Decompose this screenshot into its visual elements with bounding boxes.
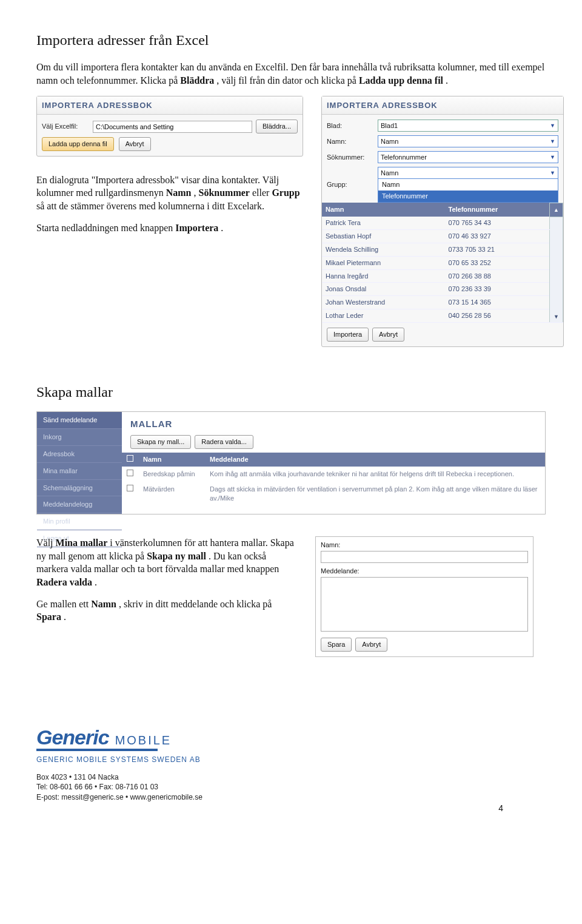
logo-text: Generic: [36, 724, 109, 752]
checkbox-all[interactable]: [127, 455, 133, 462]
delete-selected-button[interactable]: Radera valda...: [195, 435, 253, 449]
side-nav: Sänd meddelande Inkorg Adressbok Mina ma…: [37, 412, 122, 514]
bold-bladdra: Bläddra: [180, 75, 214, 86]
browse-button[interactable]: Bläddra...: [256, 120, 298, 133]
cell-name: Jonas Onsdal: [322, 283, 445, 296]
bold-ladda-upp: Ladda upp denna fil: [359, 75, 443, 86]
text: eller: [252, 187, 272, 198]
section2-heading: Skapa mallar: [36, 382, 546, 402]
excelfil-input[interactable]: [93, 121, 252, 133]
label-excelfil: Välj Excelfil:: [42, 122, 89, 131]
text: .: [95, 577, 97, 587]
cancel-button[interactable]: Avbryt: [119, 137, 151, 151]
section1-para2: En dialogruta "Importera adressbok" visa…: [36, 174, 303, 213]
contact-line1: Box 4023 • 131 04 Nacka: [36, 772, 546, 783]
table-row: Johan Westerstrand073 15 14 365: [322, 296, 563, 309]
table-row: Hanna Iregård070 266 38 88: [322, 269, 563, 283]
label-grupp: Grupp:: [327, 180, 374, 189]
text: , välj fil från din dator och klicka på: [216, 75, 359, 86]
company-name: GENERIC MOBILE SYSTEMS SWEDEN AB: [36, 755, 546, 764]
sidebar-item-inkorg[interactable]: Inkorg: [37, 429, 122, 446]
grupp-option-telefonnummer[interactable]: Telefonnummer: [378, 191, 558, 202]
cell-tel: 070 46 33 927: [445, 230, 550, 243]
chevron-down-icon: ▼: [550, 138, 555, 145]
grupp-options[interactable]: Namn Telefonnummer: [378, 178, 558, 203]
blad-select[interactable]: Blad1 ▼: [378, 120, 558, 132]
table-row: Mikael Pietermann070 65 33 252: [322, 256, 563, 269]
contact-line3: E-post: messit@generic.se • www.genericm…: [36, 792, 546, 803]
new-template-button[interactable]: Skapa ny mall...: [130, 435, 191, 449]
sidebar-item-schemaläggning[interactable]: Schemaläggning: [37, 480, 122, 497]
row-checkbox[interactable]: [127, 470, 133, 476]
cell-tel: 070 266 38 88: [445, 269, 550, 283]
text: ,: [194, 187, 199, 198]
row-checkbox[interactable]: [127, 485, 133, 491]
text: .: [64, 612, 66, 622]
grupp-option-namn[interactable]: Namn: [378, 179, 558, 191]
import-map-panel: IMPORTERA ADRESSBOK Blad: Blad1 ▼ Namn: …: [321, 96, 564, 347]
label-namn: Namn:: [327, 137, 374, 146]
chevron-down-icon: ▼: [550, 122, 555, 129]
table-row: Patrick Tera070 765 34 43▼: [322, 217, 563, 229]
cell-tel: 0733 705 33 21: [445, 243, 550, 256]
section1-para1: Om du vill importera flera kontakter kan…: [36, 61, 546, 87]
cell-name: Mikael Pietermann: [322, 256, 445, 269]
chevron-down-icon: ▼: [550, 153, 555, 161]
cancel-button[interactable]: Avbryt: [372, 328, 404, 342]
grupp-select[interactable]: Namn ▼: [378, 167, 558, 179]
cell-name: Hanna Iregård: [322, 269, 445, 283]
panel-title: IMPORTERA ADRESSBOK: [37, 96, 303, 115]
contacts-table: Namn Telefonnummer ▲ Patrick Tera070 765…: [322, 203, 563, 323]
text: så att de stämmer överens med kolumnerna…: [36, 201, 264, 211]
soknummer-select[interactable]: Telefonnummer ▼: [378, 151, 558, 163]
sidebar-item-min-profil[interactable]: Min profil: [37, 513, 122, 530]
cancel-button[interactable]: Avbryt: [355, 638, 387, 652]
cell-tel: 070 765 34 43: [445, 217, 550, 229]
table-row: Wendela Schilling0733 705 33 21: [322, 243, 563, 256]
logo-subtext: MOBILE: [115, 732, 172, 749]
cell-name: Mätvärden: [138, 482, 205, 506]
sidebar-item-meddelandelogg[interactable]: Meddelandelogg: [37, 496, 122, 513]
bold-radera-valda: Radera valda: [36, 577, 92, 587]
sidebar-item-mina-mallar[interactable]: Mina mallar: [37, 463, 122, 480]
namn-select[interactable]: Namn ▼: [378, 135, 558, 147]
select-value: Telefonnummer: [381, 153, 427, 162]
text: Ge mallen ett: [36, 599, 91, 609]
section1-heading: Importera adresser från Excel: [36, 30, 546, 50]
import-browse-panel: IMPORTERA ADRESSBOK Välj Excelfil: Blädd…: [36, 96, 303, 157]
table-row: Jonas Onsdal070 236 33 39: [322, 283, 563, 296]
text: , skriv in ditt meddelande och klicka på: [119, 599, 272, 609]
label-meddelande: Meddelande:: [321, 567, 528, 576]
th-meddelande: Meddelande: [205, 453, 545, 467]
sidebar-item-send[interactable]: Sänd meddelande: [37, 412, 122, 429]
import-button[interactable]: Importera: [327, 328, 369, 342]
bold-mina-mallar: Mina mallar: [56, 538, 108, 548]
contact-line2: Tel: 08-601 66 66 • Fax: 08-716 01 03: [36, 782, 546, 792]
cell-name: Lothar Leder: [322, 309, 445, 323]
bold-spara: Spara: [36, 612, 61, 622]
mallar-panel: Sänd meddelande Inkorg Adressbok Mina ma…: [36, 411, 546, 514]
section1-para3: Starta nedladdningen med knappen Importe…: [36, 221, 303, 235]
template-name-input[interactable]: [321, 551, 528, 563]
scroll-up-icon[interactable]: ▲: [550, 203, 563, 217]
template-message-textarea[interactable]: [321, 577, 528, 632]
upload-button[interactable]: Ladda upp denna fil: [42, 137, 114, 151]
cell-tel: 070 65 33 252: [445, 256, 550, 269]
section2-para1: Välj Mina mallar i vänsterkolumnen för a…: [36, 536, 297, 588]
label-soknummer: Söknummer:: [327, 153, 374, 162]
scroll-down-icon[interactable]: ▼: [550, 217, 563, 322]
label-namn: Namn:: [321, 541, 528, 550]
cell-name: Beredskap påmin: [138, 467, 205, 482]
cell-name: Wendela Schilling: [322, 243, 445, 256]
table-row: Lothar Leder040 256 28 56: [322, 309, 563, 323]
save-button[interactable]: Spara: [321, 638, 352, 652]
cell-name: Patrick Tera: [322, 217, 445, 229]
text: .: [446, 75, 448, 86]
text: .: [221, 223, 223, 233]
th-telefonnummer: Telefonnummer: [445, 203, 550, 217]
bold-namn: Namn: [91, 599, 116, 609]
bold-soknummer: Söknummer: [199, 187, 250, 198]
label-blad: Blad:: [327, 121, 374, 130]
sidebar-item-adressbok[interactable]: Adressbok: [37, 446, 122, 463]
text: Välj: [36, 538, 56, 548]
